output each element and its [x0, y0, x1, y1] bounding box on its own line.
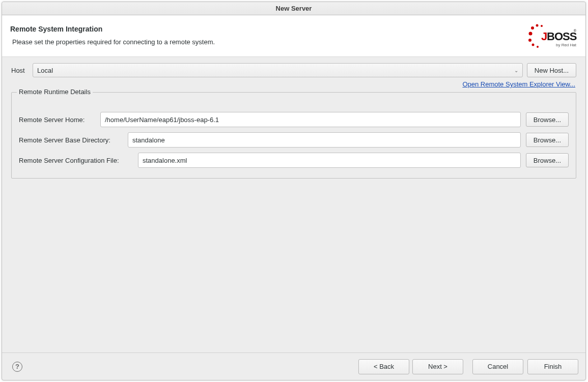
host-label: Host	[11, 67, 29, 74]
next-button[interactable]: Next >	[412, 359, 463, 374]
config-file-label: Remote Server Configuration File:	[19, 157, 133, 164]
host-combo-value: Local	[37, 67, 53, 74]
config-file-browse-button[interactable]: Browse...	[526, 153, 569, 167]
open-rse-view-link[interactable]: Open Remote System Explorer View...	[462, 80, 575, 88]
svg-point-0	[531, 26, 534, 30]
remote-runtime-fieldset: Remote Runtime Details Remote Server Hom…	[11, 92, 576, 179]
svg-point-4	[528, 39, 531, 42]
base-dir-row: Remote Server Base Directory: Browse...	[19, 132, 569, 148]
nav-buttons: < Back Next >	[358, 359, 463, 374]
svg-text:®: ®	[574, 29, 577, 33]
chevron-down-icon: ⌄	[514, 68, 518, 73]
svg-point-5	[532, 43, 535, 46]
server-home-input[interactable]	[100, 112, 521, 127]
jboss-logo: J BOSS ® by Red Hat	[526, 21, 577, 50]
server-home-label: Remote Server Home:	[19, 116, 95, 124]
host-combo[interactable]: Local ⌄	[33, 63, 523, 77]
finish-button[interactable]: Finish	[527, 359, 578, 374]
svg-point-3	[529, 32, 533, 35]
svg-point-2	[541, 25, 543, 27]
wizard-footer: ? < Back Next > Cancel Finish	[2, 352, 585, 380]
svg-text:by Red Hat: by Red Hat	[556, 43, 577, 47]
base-dir-label: Remote Server Base Directory:	[19, 136, 123, 144]
svg-text:BOSS: BOSS	[547, 30, 577, 43]
svg-point-1	[536, 24, 539, 26]
base-dir-input[interactable]	[128, 132, 521, 148]
window-title: New Server	[2, 2, 585, 15]
cancel-button[interactable]: Cancel	[472, 359, 523, 374]
fieldset-legend: Remote Runtime Details	[17, 88, 93, 96]
new-host-button[interactable]: New Host...	[527, 63, 576, 77]
banner-text: Remote System Integration Please set the…	[10, 25, 215, 46]
svg-point-6	[537, 46, 539, 48]
server-home-browse-button[interactable]: Browse...	[526, 112, 569, 127]
server-home-row: Remote Server Home: Browse...	[19, 112, 569, 127]
wizard-content: Host Local ⌄ New Host... Open Remote Sys…	[2, 57, 585, 352]
wizard-banner: Remote System Integration Please set the…	[2, 15, 585, 57]
banner-description: Please set the properties required for c…	[10, 38, 215, 46]
host-row: Host Local ⌄ New Host...	[11, 63, 576, 77]
back-button[interactable]: < Back	[358, 359, 409, 374]
config-file-input[interactable]	[138, 153, 521, 168]
help-icon[interactable]: ?	[12, 362, 22, 372]
new-server-dialog: New Server Remote System Integration Ple…	[2, 2, 586, 380]
config-file-row: Remote Server Configuration File: Browse…	[19, 153, 569, 168]
banner-title: Remote System Integration	[10, 25, 215, 33]
base-dir-browse-button[interactable]: Browse...	[526, 133, 569, 147]
link-row: Open Remote System Explorer View...	[11, 80, 575, 88]
